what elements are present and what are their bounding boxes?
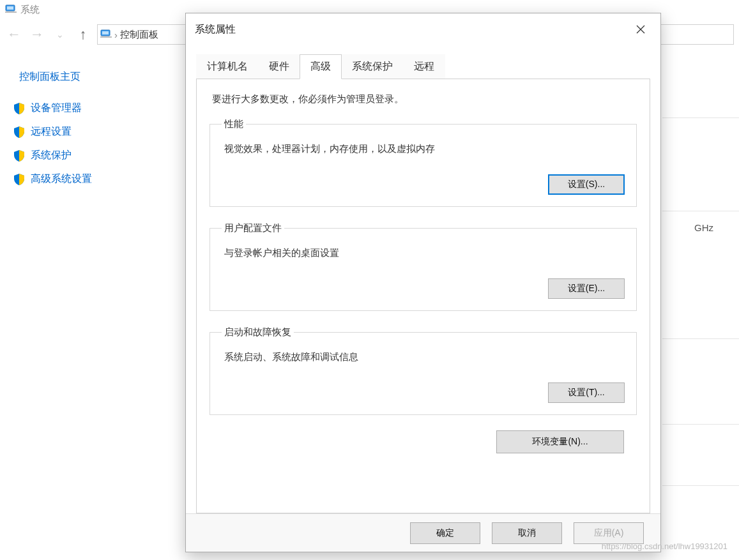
dialog-titlebar: 系统属性 bbox=[186, 13, 660, 45]
bg-partial-spec: GHz bbox=[694, 222, 713, 233]
startup-legend: 启动和故障恢复 bbox=[222, 326, 294, 338]
sidebar-item-label: 设备管理器 bbox=[31, 102, 82, 115]
performance-legend: 性能 bbox=[222, 118, 246, 130]
computer-icon bbox=[100, 29, 112, 40]
chevron-down-icon[interactable]: ⌄ bbox=[51, 26, 69, 43]
sidebar-item-label: 高级系统设置 bbox=[31, 172, 92, 186]
computer-icon bbox=[5, 4, 20, 15]
performance-desc: 视觉效果，处理器计划，内存使用，以及虚拟内存 bbox=[222, 140, 625, 174]
sidebar-item-label: 远程设置 bbox=[31, 125, 72, 139]
tab-protection[interactable]: 系统保护 bbox=[341, 54, 404, 79]
svg-rect-1 bbox=[7, 6, 13, 10]
svg-rect-4 bbox=[102, 31, 109, 34]
shield-icon bbox=[13, 126, 26, 139]
close-button[interactable] bbox=[630, 20, 651, 39]
shield-icon bbox=[13, 173, 26, 186]
admin-note: 要进行大多数更改，你必须作为管理员登录。 bbox=[210, 93, 637, 105]
nav-forward-icon[interactable]: → bbox=[28, 26, 46, 43]
cancel-button[interactable]: 取消 bbox=[492, 522, 562, 544]
shield-icon bbox=[13, 149, 26, 162]
tab-advanced[interactable]: 高级 bbox=[300, 54, 342, 79]
profiles-legend: 用户配置文件 bbox=[222, 222, 284, 234]
tab-remote[interactable]: 远程 bbox=[403, 54, 445, 79]
system-properties-dialog: 系统属性 计算机名 硬件 高级 系统保护 远程 要进行大多数更改，你必须作为管理… bbox=[185, 13, 661, 552]
env-vars-button[interactable]: 环境变量(N)... bbox=[496, 430, 624, 453]
startup-desc: 系统启动、系统故障和调试信息 bbox=[222, 349, 625, 382]
breadcrumb-item: 控制面板 bbox=[120, 29, 158, 41]
dialog-title: 系统属性 bbox=[195, 23, 236, 36]
ok-button[interactable]: 确定 bbox=[410, 522, 480, 544]
svg-rect-2 bbox=[5, 11, 17, 13]
svg-rect-5 bbox=[100, 36, 112, 38]
tab-bar: 计算机名 硬件 高级 系统保护 远程 bbox=[196, 54, 650, 79]
dialog-button-row: 确定 取消 应用(A) bbox=[186, 513, 660, 552]
tab-content: 要进行大多数更改，你必须作为管理员登录。 性能 视觉效果，处理器计划，内存使用，… bbox=[196, 79, 650, 513]
sidebar-item-advanced[interactable]: 高级系统设置 bbox=[13, 167, 172, 191]
tab-hardware[interactable]: 硬件 bbox=[258, 54, 300, 79]
sidebar-home[interactable]: 控制面板主页 bbox=[13, 64, 172, 96]
startup-settings-button[interactable]: 设置(T)... bbox=[548, 382, 625, 403]
shield-icon bbox=[13, 102, 26, 115]
sidebar-item-device-manager[interactable]: 设备管理器 bbox=[13, 96, 172, 120]
nav-up-icon[interactable]: ↑ bbox=[74, 26, 92, 43]
tab-computer-name[interactable]: 计算机名 bbox=[196, 54, 259, 79]
profiles-settings-button[interactable]: 设置(E)... bbox=[548, 278, 625, 299]
sidebar: 控制面板主页 设备管理器 远程设置 系统保护 高级系统设置 bbox=[13, 64, 172, 191]
dialog-body: 计算机名 硬件 高级 系统保护 远程 要进行大多数更改，你必须作为管理员登录。 … bbox=[186, 45, 660, 513]
nav-back-icon[interactable]: ← bbox=[5, 26, 23, 43]
bg-title: 系统 bbox=[20, 4, 40, 16]
apply-button[interactable]: 应用(A) bbox=[574, 522, 644, 544]
performance-group: 性能 视觉效果，处理器计划，内存使用，以及虚拟内存 设置(S)... bbox=[210, 118, 637, 207]
sidebar-item-remote[interactable]: 远程设置 bbox=[13, 120, 172, 144]
startup-group: 启动和故障恢复 系统启动、系统故障和调试信息 设置(T)... bbox=[210, 326, 637, 415]
profiles-desc: 与登录帐户相关的桌面设置 bbox=[222, 245, 625, 278]
performance-settings-button[interactable]: 设置(S)... bbox=[548, 174, 625, 195]
profiles-group: 用户配置文件 与登录帐户相关的桌面设置 设置(E)... bbox=[210, 222, 637, 311]
close-icon bbox=[636, 25, 645, 34]
sidebar-item-protection[interactable]: 系统保护 bbox=[13, 144, 172, 167]
sidebar-item-label: 系统保护 bbox=[31, 149, 72, 162]
